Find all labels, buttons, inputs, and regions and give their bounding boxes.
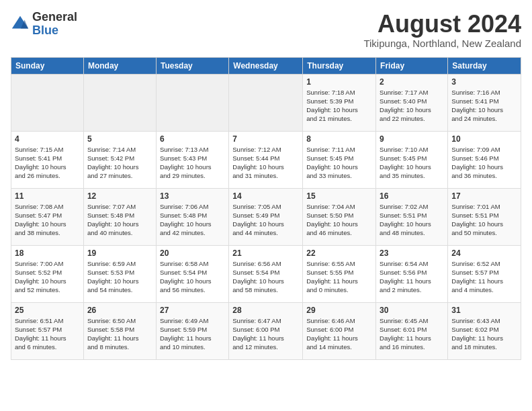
day-info: Sunrise: 6:50 AM Sunset: 5:58 PM Dayligh… bbox=[87, 316, 152, 352]
calendar-cell: 20Sunrise: 6:58 AM Sunset: 5:54 PM Dayli… bbox=[156, 245, 228, 302]
day-info: Sunrise: 6:49 AM Sunset: 5:59 PM Dayligh… bbox=[160, 316, 225, 352]
calendar-cell: 19Sunrise: 6:59 AM Sunset: 5:53 PM Dayli… bbox=[83, 245, 156, 302]
day-info: Sunrise: 6:56 AM Sunset: 5:54 PM Dayligh… bbox=[232, 259, 299, 295]
day-number: 9 bbox=[380, 134, 444, 144]
day-number: 24 bbox=[451, 248, 517, 258]
day-info: Sunrise: 7:02 AM Sunset: 5:51 PM Dayligh… bbox=[380, 202, 444, 238]
day-info: Sunrise: 6:55 AM Sunset: 5:55 PM Dayligh… bbox=[306, 259, 372, 295]
location: Tikipunga, Northland, New Zealand bbox=[363, 38, 521, 49]
calendar-cell: 28Sunrise: 6:47 AM Sunset: 6:00 PM Dayli… bbox=[229, 302, 303, 359]
day-number: 29 bbox=[306, 306, 372, 315]
calendar-cell: 11Sunrise: 7:08 AM Sunset: 5:47 PM Dayli… bbox=[11, 188, 84, 245]
calendar-week-row: 11Sunrise: 7:08 AM Sunset: 5:47 PM Dayli… bbox=[11, 188, 521, 245]
weekday-header-monday: Monday bbox=[83, 57, 156, 74]
day-number: 23 bbox=[380, 248, 444, 258]
day-number: 1 bbox=[306, 77, 372, 87]
day-info: Sunrise: 6:58 AM Sunset: 5:54 PM Dayligh… bbox=[160, 259, 225, 295]
calendar-cell: 6Sunrise: 7:13 AM Sunset: 5:43 PM Daylig… bbox=[156, 131, 228, 188]
day-number: 28 bbox=[232, 306, 299, 315]
title-block: August 2024 Tikipunga, Northland, New Ze… bbox=[363, 11, 521, 49]
day-info: Sunrise: 7:12 AM Sunset: 5:44 PM Dayligh… bbox=[232, 145, 299, 181]
calendar-cell: 4Sunrise: 7:15 AM Sunset: 5:41 PM Daylig… bbox=[11, 131, 84, 188]
calendar-cell: 25Sunrise: 6:51 AM Sunset: 5:57 PM Dayli… bbox=[11, 302, 84, 359]
calendar-table: SundayMondayTuesdayWednesdayThursdayFrid… bbox=[11, 57, 521, 360]
day-number: 17 bbox=[451, 191, 517, 201]
day-info: Sunrise: 7:14 AM Sunset: 5:42 PM Dayligh… bbox=[87, 145, 152, 181]
calendar-cell: 5Sunrise: 7:14 AM Sunset: 5:42 PM Daylig… bbox=[83, 131, 156, 188]
day-number: 4 bbox=[15, 134, 80, 144]
logo: General Blue bbox=[11, 11, 77, 38]
day-info: Sunrise: 6:51 AM Sunset: 5:57 PM Dayligh… bbox=[15, 316, 80, 352]
day-number: 27 bbox=[160, 306, 225, 315]
calendar-cell: 26Sunrise: 6:50 AM Sunset: 5:58 PM Dayli… bbox=[83, 302, 156, 359]
day-number: 26 bbox=[87, 306, 152, 315]
calendar-cell: 12Sunrise: 7:07 AM Sunset: 5:48 PM Dayli… bbox=[83, 188, 156, 245]
calendar-week-row: 1Sunrise: 7:18 AM Sunset: 5:39 PM Daylig… bbox=[11, 74, 521, 131]
day-number: 5 bbox=[87, 134, 152, 144]
day-number: 14 bbox=[232, 191, 299, 201]
day-number: 19 bbox=[87, 248, 152, 258]
calendar-cell: 24Sunrise: 6:52 AM Sunset: 5:57 PM Dayli… bbox=[448, 245, 521, 302]
logo-icon bbox=[11, 15, 30, 34]
day-number: 6 bbox=[160, 134, 225, 144]
day-info: Sunrise: 7:16 AM Sunset: 5:41 PM Dayligh… bbox=[451, 88, 517, 124]
day-info: Sunrise: 7:15 AM Sunset: 5:41 PM Dayligh… bbox=[15, 145, 80, 181]
day-number: 11 bbox=[15, 191, 80, 201]
day-info: Sunrise: 7:00 AM Sunset: 5:52 PM Dayligh… bbox=[15, 259, 80, 295]
calendar-cell: 31Sunrise: 6:43 AM Sunset: 6:02 PM Dayli… bbox=[448, 302, 521, 359]
calendar-cell: 9Sunrise: 7:10 AM Sunset: 5:45 PM Daylig… bbox=[376, 131, 448, 188]
calendar-cell: 29Sunrise: 6:46 AM Sunset: 6:00 PM Dayli… bbox=[303, 302, 376, 359]
calendar-cell: 27Sunrise: 6:49 AM Sunset: 5:59 PM Dayli… bbox=[156, 302, 228, 359]
weekday-header-thursday: Thursday bbox=[303, 57, 376, 74]
calendar-cell: 15Sunrise: 7:04 AM Sunset: 5:50 PM Dayli… bbox=[303, 188, 376, 245]
day-info: Sunrise: 7:13 AM Sunset: 5:43 PM Dayligh… bbox=[160, 145, 225, 181]
day-number: 18 bbox=[15, 248, 80, 258]
day-info: Sunrise: 7:17 AM Sunset: 5:40 PM Dayligh… bbox=[380, 88, 444, 124]
calendar-cell: 3Sunrise: 7:16 AM Sunset: 5:41 PM Daylig… bbox=[448, 74, 521, 131]
day-info: Sunrise: 6:47 AM Sunset: 6:00 PM Dayligh… bbox=[232, 316, 299, 352]
calendar-week-row: 25Sunrise: 6:51 AM Sunset: 5:57 PM Dayli… bbox=[11, 302, 521, 359]
logo-blue: Blue bbox=[32, 24, 77, 38]
weekday-header-sunday: Sunday bbox=[11, 57, 84, 74]
calendar-cell: 8Sunrise: 7:11 AM Sunset: 5:45 PM Daylig… bbox=[303, 131, 376, 188]
calendar-cell: 21Sunrise: 6:56 AM Sunset: 5:54 PM Dayli… bbox=[229, 245, 303, 302]
calendar-cell: 17Sunrise: 7:01 AM Sunset: 5:51 PM Dayli… bbox=[448, 188, 521, 245]
page-header: General Blue August 2024 Tikipunga, Nort… bbox=[11, 11, 521, 49]
calendar-cell bbox=[83, 74, 156, 131]
day-info: Sunrise: 7:11 AM Sunset: 5:45 PM Dayligh… bbox=[306, 145, 372, 181]
calendar-cell: 1Sunrise: 7:18 AM Sunset: 5:39 PM Daylig… bbox=[303, 74, 376, 131]
weekday-header-tuesday: Tuesday bbox=[156, 57, 228, 74]
day-number: 12 bbox=[87, 191, 152, 201]
day-info: Sunrise: 6:54 AM Sunset: 5:56 PM Dayligh… bbox=[380, 259, 444, 295]
calendar-cell bbox=[11, 74, 84, 131]
logo-general: General bbox=[32, 11, 77, 24]
day-number: 15 bbox=[306, 191, 372, 201]
calendar-cell bbox=[156, 74, 228, 131]
weekday-header-saturday: Saturday bbox=[448, 57, 521, 74]
day-info: Sunrise: 7:05 AM Sunset: 5:49 PM Dayligh… bbox=[232, 202, 299, 238]
day-info: Sunrise: 7:01 AM Sunset: 5:51 PM Dayligh… bbox=[451, 202, 517, 238]
day-info: Sunrise: 6:45 AM Sunset: 6:01 PM Dayligh… bbox=[380, 316, 444, 352]
calendar-cell: 22Sunrise: 6:55 AM Sunset: 5:55 PM Dayli… bbox=[303, 245, 376, 302]
calendar-cell: 10Sunrise: 7:09 AM Sunset: 5:46 PM Dayli… bbox=[448, 131, 521, 188]
day-info: Sunrise: 7:04 AM Sunset: 5:50 PM Dayligh… bbox=[306, 202, 372, 238]
calendar-cell: 7Sunrise: 7:12 AM Sunset: 5:44 PM Daylig… bbox=[229, 131, 303, 188]
day-number: 8 bbox=[306, 134, 372, 144]
weekday-header-row: SundayMondayTuesdayWednesdayThursdayFrid… bbox=[11, 57, 521, 74]
day-number: 25 bbox=[15, 306, 80, 315]
month-title: August 2024 bbox=[363, 11, 521, 38]
calendar-cell: 14Sunrise: 7:05 AM Sunset: 5:49 PM Dayli… bbox=[229, 188, 303, 245]
day-info: Sunrise: 7:09 AM Sunset: 5:46 PM Dayligh… bbox=[451, 145, 517, 181]
day-number: 2 bbox=[380, 77, 444, 87]
day-info: Sunrise: 6:59 AM Sunset: 5:53 PM Dayligh… bbox=[87, 259, 152, 295]
calendar-cell: 23Sunrise: 6:54 AM Sunset: 5:56 PM Dayli… bbox=[376, 245, 448, 302]
calendar-cell: 30Sunrise: 6:45 AM Sunset: 6:01 PM Dayli… bbox=[376, 302, 448, 359]
calendar-week-row: 18Sunrise: 7:00 AM Sunset: 5:52 PM Dayli… bbox=[11, 245, 521, 302]
day-info: Sunrise: 6:46 AM Sunset: 6:00 PM Dayligh… bbox=[306, 316, 372, 352]
day-info: Sunrise: 7:10 AM Sunset: 5:45 PM Dayligh… bbox=[380, 145, 444, 181]
day-info: Sunrise: 6:52 AM Sunset: 5:57 PM Dayligh… bbox=[451, 259, 517, 295]
day-number: 16 bbox=[380, 191, 444, 201]
day-number: 3 bbox=[451, 77, 517, 87]
day-number: 13 bbox=[160, 191, 225, 201]
weekday-header-friday: Friday bbox=[376, 57, 448, 74]
